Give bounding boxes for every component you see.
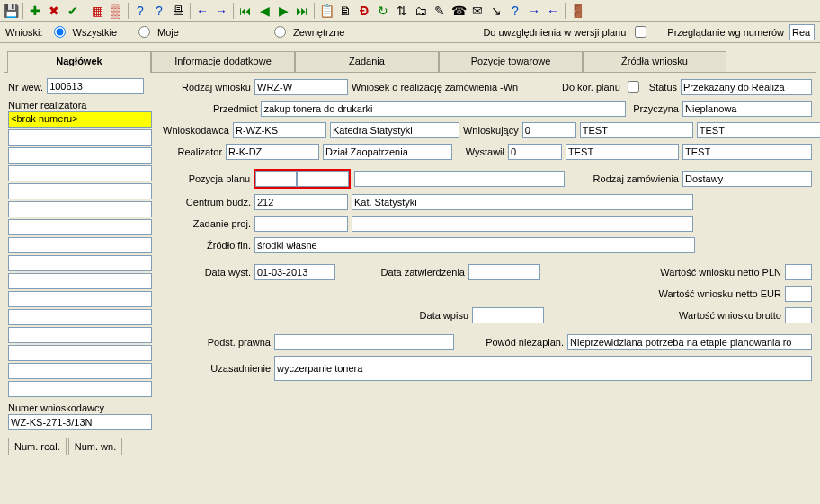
save-icon[interactable]: 💾 — [2, 2, 20, 20]
tab-zadania[interactable]: Zadania — [295, 51, 439, 73]
przedmiot-input[interactable] — [261, 101, 626, 117]
realizator-item-empty[interactable] — [8, 183, 152, 199]
realizator-text[interactable] — [323, 144, 452, 160]
nrwew-label: Nr wew. — [8, 82, 43, 93]
realizator-code[interactable] — [226, 144, 319, 160]
uzasadnienie-input[interactable] — [274, 356, 812, 381]
wartosc-netto-pln-input[interactable] — [785, 264, 812, 280]
tree-icon[interactable]: 🗂 — [412, 2, 430, 20]
powod-label: Powód niezaplan. — [458, 337, 564, 348]
realizator-item-empty[interactable] — [8, 363, 152, 379]
centrum-code[interactable] — [254, 194, 348, 210]
last-icon[interactable]: ⏭ — [293, 2, 311, 20]
back-icon[interactable]: ◀ — [255, 2, 273, 20]
zadanie-proj-text[interactable] — [352, 216, 693, 232]
radio-moje[interactable] — [138, 26, 150, 38]
realizator-item-empty[interactable] — [8, 237, 152, 253]
help3-icon[interactable]: ? — [506, 2, 524, 20]
pozycja-planu-text[interactable] — [354, 171, 565, 187]
uwzg-checkbox[interactable] — [635, 26, 646, 38]
tab-naglowek[interactable]: Nagłówek — [7, 51, 151, 73]
realizator-item-empty[interactable] — [8, 129, 152, 146]
print-icon[interactable]: 🖶 — [169, 2, 187, 20]
grid1-icon[interactable]: ▦ — [88, 2, 106, 20]
data-zatw-input[interactable] — [468, 264, 540, 280]
przyczyna-input[interactable] — [682, 101, 812, 117]
radio-zewnetrzne[interactable] — [274, 26, 286, 38]
help1-icon[interactable]: ? — [131, 2, 149, 20]
wystawil-test1[interactable] — [566, 144, 679, 160]
realizator-item-empty[interactable] — [8, 201, 152, 217]
num-wn-button[interactable]: Num. wn. — [68, 438, 122, 455]
arrow-left-icon[interactable]: ← — [544, 2, 562, 20]
zadanie-proj-code[interactable] — [254, 216, 348, 232]
wystawil-id[interactable] — [508, 144, 562, 160]
num-real-button[interactable]: Num. real. — [8, 438, 67, 455]
realizator-item-empty[interactable] — [8, 147, 152, 164]
toolbar: 💾 ✚ ✖ ✔ ▦ ▒ ? ? 🖶 ← → ⏮ ◀ ▶ ⏭ 📋 🗎 Đ ↻ ⇅ … — [0, 0, 820, 22]
tab-zrodla[interactable]: Źródła wniosku — [583, 51, 726, 73]
pointer-icon[interactable]: ↘ — [487, 2, 505, 20]
sort-icon[interactable]: ⇅ — [393, 2, 411, 20]
wnioskodawca-text[interactable] — [330, 122, 459, 138]
d-icon[interactable]: Đ — [355, 2, 373, 20]
realizator-item-empty[interactable] — [8, 291, 152, 307]
tab-info[interactable]: Informacje dodatkowe — [151, 51, 295, 73]
status-label: Status — [649, 82, 677, 93]
pozycja-planu-input1[interactable] — [255, 171, 297, 187]
next-icon[interactable]: → — [212, 2, 230, 20]
realizator-item-empty[interactable] — [8, 327, 152, 343]
copy-icon[interactable]: 📋 — [317, 2, 335, 20]
nrwew-input[interactable] — [47, 78, 144, 94]
delete-icon[interactable]: ✖ — [45, 2, 63, 20]
wnioskujacy-id[interactable] — [522, 122, 576, 138]
pozycja-planu-label: Pozycja planu — [163, 173, 250, 184]
radio-wszystkie[interactable] — [54, 26, 66, 38]
confirm-icon[interactable]: ✔ — [64, 2, 82, 20]
przedmiot-label: Przedmiot — [163, 103, 257, 114]
add-icon[interactable]: ✚ — [26, 2, 44, 20]
wnioskodawca-code[interactable] — [233, 122, 326, 138]
wartosc-netto-eur-input[interactable] — [785, 286, 812, 302]
edit-icon[interactable]: ✎ — [431, 2, 449, 20]
status-input[interactable] — [681, 79, 812, 95]
exit-icon[interactable]: 🚪 — [568, 2, 586, 20]
first-icon[interactable]: ⏮ — [236, 2, 254, 20]
realizator-item-empty[interactable] — [8, 273, 152, 289]
realizator-item-empty[interactable] — [8, 255, 152, 271]
zrodlo-fin-input[interactable] — [254, 237, 695, 253]
mail-icon[interactable]: ✉ — [468, 2, 486, 20]
wartosc-brutto-input[interactable] — [785, 307, 812, 323]
refresh-icon[interactable]: ↻ — [374, 2, 392, 20]
tab-pozycje[interactable]: Pozycje towarowe — [439, 51, 583, 73]
doc-icon[interactable]: 🗎 — [336, 2, 354, 20]
wnioskodawcy-input[interactable] — [8, 414, 152, 430]
pozycja-planu-input2[interactable] — [297, 171, 349, 187]
rodzaj-wniosku-code[interactable] — [254, 79, 348, 95]
realizator-item-empty[interactable] — [8, 381, 152, 397]
data-wpisu-input[interactable] — [472, 307, 544, 323]
data-wyst-input[interactable] — [254, 264, 335, 280]
przegladanie-input[interactable] — [789, 24, 815, 40]
podst-prawna-input[interactable] — [274, 334, 454, 350]
arrow-right-icon[interactable]: → — [525, 2, 543, 20]
realizator-item-empty[interactable] — [8, 309, 152, 325]
centrum-text[interactable] — [352, 194, 693, 210]
help2-icon[interactable]: ? — [150, 2, 168, 20]
grid2-icon[interactable]: ▒ — [107, 2, 125, 20]
zadanie-proj-label: Zadanie proj. — [163, 218, 251, 229]
prev-icon[interactable]: ← — [193, 2, 211, 20]
realizator-item-empty[interactable] — [8, 165, 152, 181]
wnioskujacy-test2[interactable] — [697, 122, 820, 138]
realizator-item-empty[interactable] — [8, 219, 152, 235]
phone-icon[interactable]: ☎ — [450, 2, 468, 20]
wystawil-test2[interactable] — [682, 144, 812, 160]
wnioskujacy-test1[interactable] — [580, 122, 693, 138]
realizator-item-empty[interactable] — [8, 345, 152, 361]
realizator-item-selected[interactable]: <brak numeru> — [8, 111, 152, 128]
powod-input[interactable] — [567, 334, 812, 350]
do-kor-planu-checkbox[interactable] — [628, 81, 639, 93]
fwd-icon[interactable]: ▶ — [274, 2, 292, 20]
data-wyst-label: Data wyst. — [163, 267, 251, 278]
rodzaj-zam-input[interactable] — [682, 171, 812, 187]
